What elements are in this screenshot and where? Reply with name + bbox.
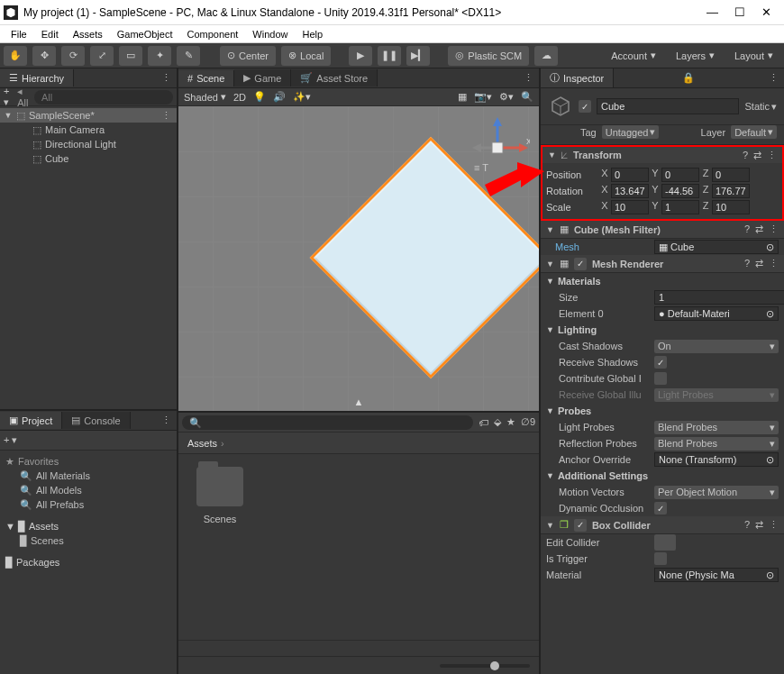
anchor-override-field[interactable]: None (Transform)⊙	[654, 452, 779, 467]
pivot-local-toggle[interactable]: ⊗Local	[281, 46, 331, 66]
tab-hierarchy[interactable]: ☰ Hierarchy	[0, 69, 74, 87]
minimize-button[interactable]: —	[707, 5, 718, 19]
preset-icon[interactable]: ⇄	[755, 223, 763, 235]
light-probes-dropdown[interactable]: Blend Probes▾	[654, 421, 779, 434]
gizmos-dropdown[interactable]: ⚙▾	[499, 91, 514, 103]
menu-edit[interactable]: Edit	[34, 27, 66, 41]
menu-assets[interactable]: Assets	[66, 27, 110, 41]
camera-settings[interactable]: 📷▾	[474, 91, 492, 103]
motion-vectors-dropdown[interactable]: Per Object Motion▾	[654, 486, 779, 499]
scene-viewport[interactable]: z x ≡ T ▲	[178, 106, 539, 411]
hierarchy-search-input[interactable]	[34, 90, 173, 105]
fav-all-materials[interactable]: 🔍 All Materials	[0, 469, 177, 483]
thumbnail-size-slider[interactable]	[440, 664, 530, 668]
layout-dropdown[interactable]: Layout▾	[727, 46, 780, 66]
inspector-options-icon[interactable]: ⋮	[763, 72, 784, 84]
fx-toggle[interactable]: ✨▾	[293, 91, 311, 103]
transform-tool[interactable]: ✦	[148, 46, 171, 66]
layer-dropdown[interactable]: Default▾	[731, 125, 777, 139]
favorites-header[interactable]: ★ Favorites	[0, 454, 177, 469]
menu-help[interactable]: Help	[295, 27, 330, 41]
lighting-toggle[interactable]: 💡	[253, 91, 266, 103]
position-y[interactable]	[661, 168, 699, 182]
close-button[interactable]: ✕	[761, 5, 771, 19]
menu-file[interactable]: File	[4, 27, 34, 41]
plastic-scm-button[interactable]: ◎Plastic SCM	[448, 46, 529, 66]
is-trigger-checkbox[interactable]	[654, 552, 667, 565]
materials-size-field[interactable]	[654, 290, 784, 305]
contribute-gi-checkbox[interactable]	[654, 372, 667, 385]
menu-icon[interactable]: ⋮	[767, 150, 777, 161]
assets-folder[interactable]: ▼ ▉ Assets	[0, 519, 177, 533]
filter-icon[interactable]: 🏷	[479, 417, 488, 428]
scale-y[interactable]	[661, 200, 699, 214]
rect-tool[interactable]: ▭	[119, 46, 142, 66]
menu-window[interactable]: Window	[245, 27, 295, 41]
hand-tool[interactable]: ✋	[4, 46, 27, 66]
hierarchy-create-dropdown[interactable]: + ▾	[4, 86, 14, 108]
2d-toggle[interactable]: 2D	[233, 92, 246, 103]
help-icon[interactable]: ?	[744, 258, 750, 269]
mesh-filter-header[interactable]: ▼▦ Cube (Mesh Filter) ?⇄⋮	[541, 221, 784, 239]
hierarchy-item-cube[interactable]: ⬚Cube	[0, 151, 177, 166]
hierarchy-item-camera[interactable]: ⬚Main Camera	[0, 123, 177, 137]
tab-project[interactable]: ▣ Project	[0, 412, 62, 429]
rotation-y[interactable]	[661, 184, 699, 198]
gameobject-type-icon[interactable]	[548, 94, 573, 119]
folder-scenes[interactable]: Scenes	[191, 467, 249, 524]
audio-toggle[interactable]: 🔊	[273, 91, 286, 103]
help-icon[interactable]: ?	[744, 223, 750, 235]
receive-shadows-checkbox[interactable]: ✓	[654, 356, 667, 369]
rotation-x[interactable]	[611, 184, 649, 198]
hierarchy-item-light[interactable]: ⬚Directional Light	[0, 137, 177, 151]
active-checkbox[interactable]: ✓	[579, 100, 591, 113]
probes-foldout[interactable]: ▼Probes	[541, 403, 784, 419]
star-filter-icon[interactable]: ★	[506, 416, 515, 428]
menu-icon[interactable]: ⋮	[769, 223, 779, 235]
physic-material-field[interactable]: None (Physic Ma⊙	[654, 568, 779, 582]
mesh-field[interactable]: ▦ Cube⊙	[654, 240, 779, 254]
hidden-filter-icon[interactable]: ∅9	[521, 416, 535, 428]
inspector-lock-icon[interactable]: 🔒	[677, 72, 700, 84]
pause-button[interactable]: ❚❚	[378, 46, 401, 66]
menu-icon[interactable]: ⋮	[769, 258, 779, 269]
menu-gameobject[interactable]: GameObject	[110, 27, 180, 41]
hierarchy-options-icon[interactable]: ⋮	[156, 72, 177, 84]
fav-all-models[interactable]: 🔍 All Models	[0, 483, 177, 497]
box-collider-enabled[interactable]: ✓	[574, 519, 587, 532]
scene-search[interactable]: 🔍	[521, 91, 533, 103]
scale-tool[interactable]: ⤢	[90, 46, 114, 66]
rotate-tool[interactable]: ⟳	[61, 46, 85, 66]
type-filter-icon[interactable]: ⬙	[494, 416, 501, 428]
maximize-button[interactable]: ☐	[734, 5, 745, 19]
rotation-z[interactable]	[712, 184, 750, 198]
additional-foldout[interactable]: ▼Additional Settings	[541, 468, 784, 484]
reflection-probes-dropdown[interactable]: Blend Probes▾	[654, 437, 779, 451]
cast-shadows-dropdown[interactable]: On▾	[654, 340, 779, 353]
preset-icon[interactable]: ⇄	[753, 150, 761, 161]
project-create-dropdown[interactable]: + ▾	[4, 434, 17, 446]
lighting-foldout[interactable]: ▼Lighting	[541, 322, 784, 338]
packages-folder[interactable]: ▉ Packages	[0, 555, 177, 569]
box-collider-header[interactable]: ▼❒ ✓ Box Collider ?⇄⋮	[541, 516, 784, 534]
step-button[interactable]: ▶▎	[406, 46, 430, 66]
layers-dropdown[interactable]: Layers▾	[669, 46, 722, 66]
fav-all-prefabs[interactable]: 🔍 All Prefabs	[0, 497, 177, 512]
tab-asset-store[interactable]: 🛒 Asset Store	[291, 69, 378, 87]
scale-x[interactable]	[611, 200, 649, 214]
transform-component-header[interactable]: ▼ ⟀ Transform ?⇄⋮	[541, 145, 784, 163]
menu-icon[interactable]: ⋮	[769, 519, 779, 531]
account-dropdown[interactable]: Account▾	[604, 46, 663, 66]
scene-options-icon[interactable]: ⋮	[518, 72, 539, 84]
help-icon[interactable]: ?	[744, 519, 750, 531]
play-button[interactable]: ▶	[349, 46, 372, 66]
custom-tool[interactable]: ✎	[177, 46, 200, 66]
scene-row[interactable]: ▼ ⬚ SampleScene* ⋮	[0, 108, 177, 123]
scale-z[interactable]	[712, 200, 750, 214]
position-x[interactable]	[611, 168, 649, 182]
help-icon[interactable]: ?	[743, 150, 748, 161]
tab-inspector[interactable]: ⓘ Inspector	[541, 68, 614, 87]
tab-scene[interactable]: # Scene	[178, 70, 234, 87]
edit-collider-button[interactable]	[654, 534, 676, 551]
position-z[interactable]	[712, 168, 750, 182]
